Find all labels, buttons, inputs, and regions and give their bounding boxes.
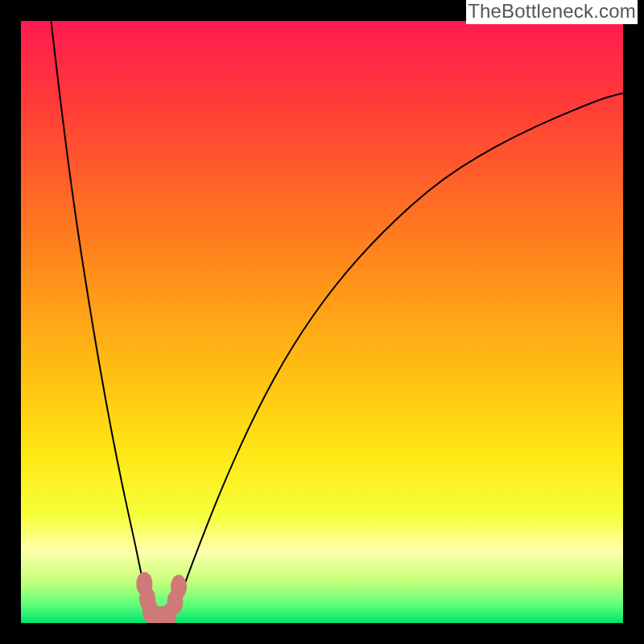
chart-background (21, 21, 623, 623)
marker-dot (171, 575, 187, 599)
bottleneck-chart (21, 21, 623, 623)
chart-frame: TheBottleneck.com (0, 0, 644, 644)
watermark-text: TheBottleneck.com (466, 0, 638, 24)
